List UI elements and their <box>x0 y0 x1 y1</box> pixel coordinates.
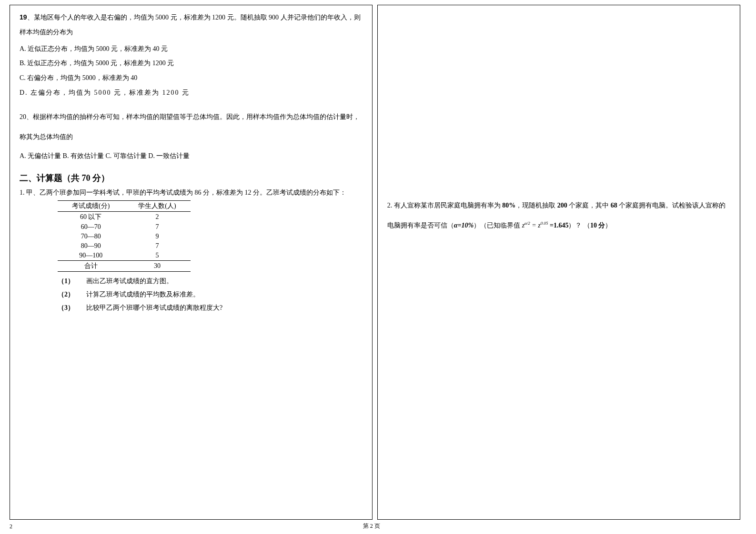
q19-option-c: C. 右偏分布，均值为 5000，标准差为 40 <box>20 71 363 86</box>
critical-value-formula: zα/2 = z0.05 <box>522 222 548 229</box>
table-header-count: 学生人数(人) <box>124 200 190 211</box>
q19-option-a: A. 近似正态分布，均值为 5000 元，标准差为 40 元 <box>20 42 363 57</box>
right-column: 2. 有人宣称某市居民家庭电脑拥有率为 80%，现随机抽取 200 个家庭，其中… <box>377 5 740 520</box>
subquestion-2: （2）计算乙班考试成绩的平均数及标准差。 <box>58 288 363 301</box>
table-row: 70—809 <box>58 232 191 241</box>
calc-q2: 2. 有人宣称某市居民家庭电脑拥有率为 80%，现随机抽取 200 个家庭，其中… <box>387 196 730 236</box>
calc-q1-text: 1. 甲、乙两个班参加同一学科考试，甲班的平均考试成绩为 86 分，标准差为 1… <box>20 187 363 198</box>
q19-option-b: B. 近似正态分布，均值为 5000 元，标准差为 1200 元 <box>20 56 363 71</box>
question-20: 20、根据样本均值的抽样分布可知，样本均值的期望值等于总体均值。因此，用样本均值… <box>20 107 363 147</box>
question-19: 19、某地区每个人的年收入是右偏的，均值为 5000 元，标准差为 1200 元… <box>20 10 363 40</box>
subquestion-1: （1）画出乙班考试成绩的直方图。 <box>58 275 363 288</box>
section-2-title: 二、计算题（共 70 分） <box>20 172 363 184</box>
left-column: 19、某地区每个人的年收入是右偏的，均值为 5000 元，标准差为 1200 元… <box>10 5 373 520</box>
q19-text: 、某地区每个人的年收入是右偏的，均值为 5000 元，标准差为 1200 元。随… <box>20 14 361 36</box>
table-total-row: 合计30 <box>58 260 191 271</box>
table-row: 60—707 <box>58 222 191 232</box>
table-row: 90—1005 <box>58 251 191 261</box>
page-number-center: 第 2 页 <box>363 522 380 530</box>
table-header-score: 考试成绩(分) <box>58 200 124 211</box>
subquestion-3: （3）比较甲乙两个班哪个班考试成绩的离散程度大? <box>58 301 363 315</box>
q19-option-d: D. 左偏分布，均值为 5000 元，标准差为 1200 元 <box>20 86 363 100</box>
table-row: 80—907 <box>58 241 191 251</box>
q19-number: 19 <box>20 13 27 21</box>
q20-number: 20 <box>20 113 26 120</box>
page-number-left: 2 <box>10 523 12 530</box>
table-row: 60 以下2 <box>58 211 191 222</box>
q20-options: A. 无偏估计量 B. 有效估计量 C. 可靠估计量 D. 一致估计量 <box>20 149 363 164</box>
q20-text: 、根据样本均值的抽样分布可知，样本均值的期望值等于总体均值。因此，用样本均值作为… <box>20 113 360 140</box>
score-table: 考试成绩(分) 学生人数(人) 60 以下2 60—707 70—809 80—… <box>58 200 191 272</box>
